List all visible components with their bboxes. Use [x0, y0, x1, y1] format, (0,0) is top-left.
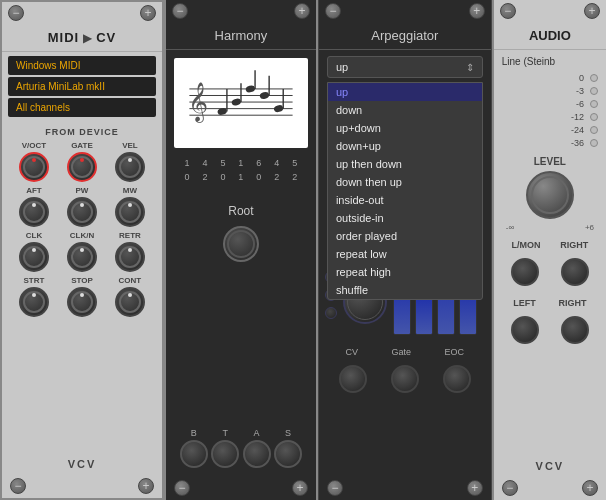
- port-knob-voct[interactable]: [19, 152, 49, 182]
- harmony-plus-btn[interactable]: +: [294, 3, 310, 19]
- arp-panel: − + Arpeggiator up ⇕ up down up+down dow…: [318, 0, 492, 500]
- arp-dropdown[interactable]: up ⇕: [327, 56, 483, 78]
- arp-port-eoc: [443, 365, 471, 393]
- level-knob[interactable]: [526, 171, 574, 219]
- harmony-numbers-row1: 1 4 5 1 6 4 5: [166, 156, 316, 170]
- port-knob-mw[interactable]: [115, 197, 145, 227]
- audio-bottom-plus[interactable]: +: [582, 480, 598, 496]
- port-knob-strt[interactable]: [19, 287, 49, 317]
- root-label: Root: [228, 204, 253, 218]
- port-knob-pw[interactable]: [67, 197, 97, 227]
- root-knob[interactable]: [223, 226, 259, 262]
- arp-menu-item-repeathigh[interactable]: repeat high: [328, 263, 482, 281]
- arp-bottom-plus[interactable]: +: [467, 480, 483, 496]
- arp-gate-label: Gate: [392, 347, 412, 357]
- port-item-clkn: CLK/N: [60, 231, 104, 272]
- audio-level-3-value: -12: [560, 112, 584, 122]
- port-label-gate: GATE: [71, 141, 93, 150]
- harmony-knob-s-label: S: [285, 428, 291, 438]
- midi-cv-bottom-minus[interactable]: −: [10, 478, 26, 494]
- port-knob-stop[interactable]: [67, 287, 97, 317]
- harmony-bottom-plus[interactable]: +: [292, 480, 308, 496]
- arp-dot-3[interactable]: [325, 307, 337, 319]
- audio-port-knob-right-in[interactable]: [561, 316, 589, 344]
- audio-device-label: Line (Steinb: [494, 50, 606, 69]
- audio-level-row-4: -24: [502, 125, 598, 135]
- audio-level-5-dot: [590, 139, 598, 147]
- port-item-cont: CONT: [108, 276, 152, 317]
- audio-port-knob-lmon[interactable]: [511, 258, 539, 286]
- arp-bottom-screws: − +: [319, 476, 491, 500]
- audio-plus-btn[interactable]: +: [584, 3, 600, 19]
- port-label-stop: STOP: [71, 276, 93, 285]
- arp-minus-btn[interactable]: −: [325, 3, 341, 19]
- arp-top-bar: − +: [319, 0, 491, 22]
- port-knob-retr[interactable]: [115, 242, 145, 272]
- midi-cv-plus-btn[interactable]: +: [140, 5, 156, 21]
- harmony-minus-btn[interactable]: −: [172, 3, 188, 19]
- arp-menu-item-upthendown[interactable]: up then down: [328, 155, 482, 173]
- arp-menu-item-outsidein[interactable]: outside-in: [328, 209, 482, 227]
- audio-level-3-dot: [590, 113, 598, 121]
- level-section: LEVEL -∞ +6: [494, 152, 606, 236]
- port-knob-clk[interactable]: [19, 242, 49, 272]
- port-knob-aft[interactable]: [19, 197, 49, 227]
- port-knob-gate[interactable]: [67, 152, 97, 182]
- arp-dropdown-menu: up down up+down down+up up then down dow…: [327, 82, 483, 300]
- audio-level-1-dot: [590, 87, 598, 95]
- audio-level-row-3: -12: [502, 112, 598, 122]
- harmony-staff: 𝄞: [174, 58, 308, 148]
- arp-menu-item-updown[interactable]: up+down: [328, 119, 482, 137]
- audio-header: AUDIO: [494, 22, 606, 50]
- port-knob-cont[interactable]: [115, 287, 145, 317]
- audio-level-row-2: -6: [502, 99, 598, 109]
- arp-port-knob-gate[interactable]: [391, 365, 419, 393]
- arp-menu-item-downthenup[interactable]: down then up: [328, 173, 482, 191]
- audio-levels: 0 -3 -6 -12 -24 -36: [494, 69, 606, 152]
- port-item-clk: CLK: [12, 231, 56, 272]
- audio-level-2-value: -6: [560, 99, 584, 109]
- arp-eoc-label: EOC: [444, 347, 464, 357]
- midi-cv-minus-btn[interactable]: −: [8, 5, 24, 21]
- arp-cv-label: CV: [346, 347, 359, 357]
- arp-menu-item-insideout[interactable]: inside-out: [328, 191, 482, 209]
- midi-cv-bottom-screws: − +: [2, 474, 162, 498]
- port-label-strt: STRT: [24, 276, 45, 285]
- arp-menu-item-down[interactable]: down: [328, 101, 482, 119]
- audio-port-knob-right-out[interactable]: [561, 258, 589, 286]
- midi-option-windows[interactable]: Windows MIDI: [8, 56, 156, 75]
- port-label-clk: CLK: [26, 231, 42, 240]
- arp-dropdown-value: up: [336, 61, 348, 73]
- arp-port-knob-cv[interactable]: [339, 365, 367, 393]
- arp-menu-item-downup[interactable]: down+up: [328, 137, 482, 155]
- midi-option-channels[interactable]: All channels: [8, 98, 156, 117]
- port-knob-vel[interactable]: [115, 152, 145, 182]
- audio-top-bar: − +: [494, 0, 606, 22]
- audio-bottom-minus[interactable]: −: [502, 480, 518, 496]
- arp-port-knob-eoc[interactable]: [443, 365, 471, 393]
- port-item-pw: PW: [60, 186, 104, 227]
- midi-cv-bottom-plus[interactable]: +: [138, 478, 154, 494]
- port-label-vel: VEL: [122, 141, 138, 150]
- audio-minus-btn[interactable]: −: [500, 3, 516, 19]
- harmony-bottom-minus[interactable]: −: [174, 480, 190, 496]
- harmony-knob-t-control[interactable]: [211, 440, 239, 468]
- audio-port-row-output: [494, 254, 606, 290]
- midi-cv-subtitle: CV: [96, 30, 116, 45]
- harmony-knob-s-control[interactable]: [274, 440, 302, 468]
- harmony-knob-b-control[interactable]: [180, 440, 208, 468]
- audio-port-knob-left-in[interactable]: [511, 316, 539, 344]
- arp-bottom-minus[interactable]: −: [327, 480, 343, 496]
- arp-menu-item-orderplayed[interactable]: order played: [328, 227, 482, 245]
- port-label-mw: MW: [123, 186, 137, 195]
- midi-option-arturia[interactable]: Arturia MiniLab mkII: [8, 77, 156, 96]
- arp-menu-item-repeatlow[interactable]: repeat low: [328, 245, 482, 263]
- arp-menu-item-up[interactable]: up: [328, 83, 482, 101]
- audio-port-labels: LEFT RIGHT: [494, 294, 606, 312]
- harmony-knob-a-control[interactable]: [243, 440, 271, 468]
- audio-panel: − + AUDIO Line (Steinb 0 -3 -6 -12 -: [492, 0, 606, 500]
- port-knob-clkn[interactable]: [67, 242, 97, 272]
- arp-plus-btn[interactable]: +: [469, 3, 485, 19]
- arp-menu-item-shuffle[interactable]: shuffle: [328, 281, 482, 299]
- audio-level-1-value: -3: [560, 86, 584, 96]
